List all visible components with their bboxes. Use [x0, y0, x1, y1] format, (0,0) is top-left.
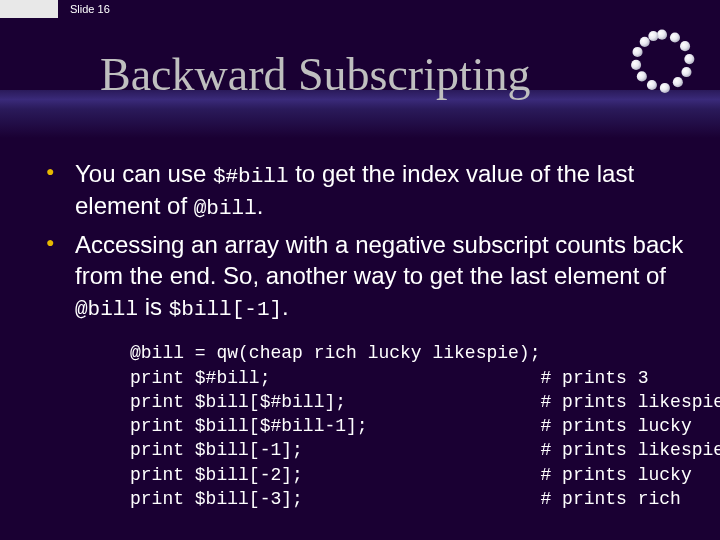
code-comment: # prints likespie	[540, 390, 720, 414]
code-row: @bill = qw(cheap rich lucky likespie);	[130, 341, 720, 365]
code-row: print $bill[-1]; # prints likespie	[130, 438, 720, 462]
code-comment: # prints rich	[540, 487, 720, 511]
code-kw: print	[130, 487, 184, 511]
bullet-text: .	[257, 192, 264, 219]
pearl-necklace-icon	[626, 26, 698, 98]
svg-point-2	[680, 41, 690, 51]
code-example: @bill = qw(cheap rich lucky likespie); p…	[130, 341, 690, 511]
code-body: $bill[$#bill];	[184, 390, 540, 414]
code-body: $bill[-3];	[184, 487, 540, 511]
svg-point-12	[648, 31, 658, 41]
code-body: $bill[-2];	[184, 463, 540, 487]
title-band: Backward Subscripting	[0, 18, 720, 138]
slide-number: Slide 16	[70, 3, 110, 15]
code-kw: print	[130, 463, 184, 487]
code-comment: # prints lucky	[540, 414, 720, 438]
code-row: print $bill[$#bill]; # prints likespie	[130, 390, 720, 414]
code-comment	[540, 341, 720, 365]
bullet-item: You can use $#bill to get the index valu…	[40, 158, 690, 223]
svg-point-1	[670, 32, 680, 42]
code-comment: # prints lucky	[540, 463, 720, 487]
code-row: print $#bill; # prints 3	[130, 366, 720, 390]
inline-code: $#bill	[213, 165, 289, 188]
svg-point-5	[673, 77, 683, 87]
code-kw: print	[130, 390, 184, 414]
inline-code: @bill	[75, 298, 138, 321]
slide-title: Backward Subscripting	[100, 48, 531, 101]
svg-point-9	[631, 60, 641, 70]
code-row: print $bill[$#bill-1]; # prints lucky	[130, 414, 720, 438]
svg-point-11	[640, 37, 650, 47]
inline-code: $bill[-1]	[169, 298, 282, 321]
code-table: @bill = qw(cheap rich lucky likespie); p…	[130, 341, 720, 511]
bullet-text: .	[282, 293, 289, 320]
bullet-list: You can use $#bill to get the index valu…	[40, 158, 690, 323]
code-body: $bill[-1];	[184, 438, 540, 462]
svg-point-3	[684, 54, 694, 64]
bullet-item: Accessing an array with a negative subsc…	[40, 229, 690, 324]
bullet-text: is	[138, 293, 169, 320]
bullet-text: Accessing an array with a negative subsc…	[75, 231, 683, 289]
top-bar: Slide 16	[0, 0, 720, 18]
svg-point-0	[657, 30, 667, 40]
code-comment: # prints 3	[540, 366, 720, 390]
code-kw: print	[130, 438, 184, 462]
code-row: print $bill[-2]; # prints lucky	[130, 463, 720, 487]
code-body: $#bill;	[184, 366, 540, 390]
code-kw: print	[130, 414, 184, 438]
bullet-text: You can use	[75, 160, 213, 187]
code-body: = qw(cheap rich lucky likespie);	[184, 341, 540, 365]
code-kw: print	[130, 366, 184, 390]
svg-point-6	[660, 83, 670, 93]
svg-point-7	[647, 80, 657, 90]
svg-point-8	[637, 71, 647, 81]
svg-point-4	[681, 67, 691, 77]
svg-point-10	[632, 47, 642, 57]
code-kw: @bill	[130, 341, 184, 365]
inline-code: @bill	[194, 197, 257, 220]
code-row: print $bill[-3]; # prints rich	[130, 487, 720, 511]
code-comment: # prints likespie	[540, 438, 720, 462]
slide-body: You can use $#bill to get the index valu…	[0, 138, 720, 511]
code-body: $bill[$#bill-1];	[184, 414, 540, 438]
